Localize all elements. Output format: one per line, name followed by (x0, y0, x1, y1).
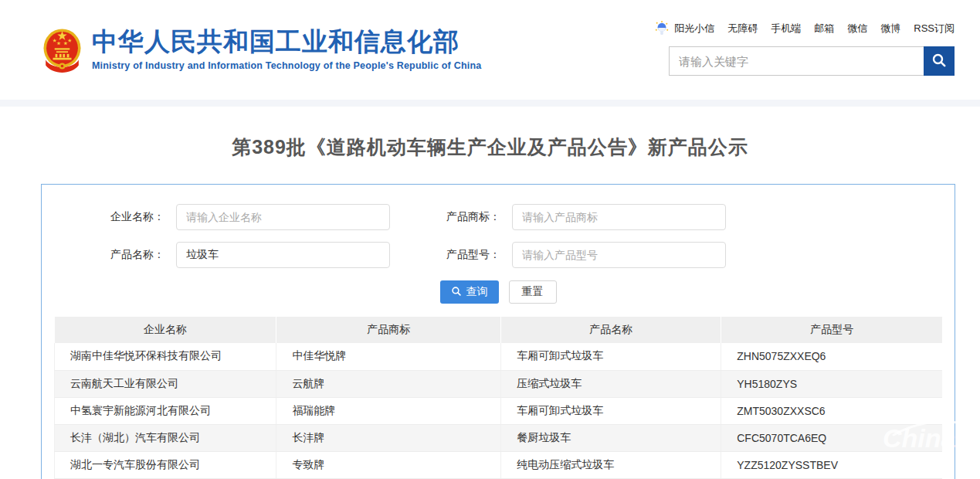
enterprise-name-input[interactable] (176, 204, 390, 230)
cell-product-model: YZZ5120ZYSSTBEV (721, 451, 942, 478)
cell-product-name: 车厢可卸式垃圾车 (501, 397, 721, 424)
nav-link-sunshine[interactable]: 阳光小信 (674, 22, 714, 36)
product-brand-label: 产品商标： (390, 210, 512, 224)
cell-product-brand: 长沣牌 (276, 424, 501, 451)
site-header: 中华人民共和国工业和信息化部 Ministry of Industry and … (0, 0, 980, 100)
nav-link-wechat[interactable]: 微信 (847, 22, 867, 36)
query-button[interactable]: 查询 (440, 280, 499, 304)
search-icon (931, 52, 948, 71)
cell-product-name: 车厢可卸式垃圾车 (501, 343, 721, 370)
cell-product-name: 餐厨垃圾车 (501, 424, 721, 451)
table-row: 云南航天工业有限公司 云航牌 压缩式垃圾车 YH5180ZYS (55, 370, 943, 397)
col-header-enterprise-name: 企业名称 (55, 317, 276, 343)
table-row: 湖南中佳华悦环保科技有限公司 中佳华悦牌 车厢可卸式垃圾车 ZHN5075ZXX… (55, 343, 943, 370)
site-title: 中华人民共和国工业和信息化部 (92, 27, 481, 56)
table-row: 中氢寰宇新能源河北有限公司 福瑞能牌 车厢可卸式垃圾车 ZMT5030ZXXSC… (55, 397, 943, 424)
nav-link-mobile[interactable]: 手机端 (771, 22, 801, 36)
cell-product-model: ZMT5030ZXXSC6 (721, 397, 942, 424)
col-header-product-model: 产品型号 (721, 317, 942, 343)
site-search-input[interactable] (670, 47, 924, 75)
table-row: 湖北一专汽车股份有限公司 专致牌 纯电动压缩式垃圾车 YZZ5120ZYSSTB… (55, 451, 943, 478)
page-title: 第389批《道路机动车辆生产企业及产品公告》新产品公示 (0, 134, 980, 160)
nav-link-rss[interactable]: RSS订阅 (914, 22, 955, 36)
nav-link-mail[interactable]: 邮箱 (814, 22, 834, 36)
form-actions: 查询 重置 (54, 280, 942, 304)
cell-enterprise-name: 中氢寰宇新能源河北有限公司 (55, 397, 276, 424)
table-row: 长沣（湖北）汽车有限公司 长沣牌 餐厨垃圾车 CFC5070TCA6EQ (55, 424, 943, 451)
cell-product-name: 纯电动压缩式垃圾车 (501, 451, 721, 478)
cell-product-brand: 云航牌 (276, 370, 501, 397)
site-search-bar (669, 46, 955, 76)
site-title-block: 中华人民共和国工业和信息化部 Ministry of Industry and … (92, 25, 481, 71)
field-product-model: 产品型号： (390, 242, 726, 268)
national-emblem-icon (40, 25, 84, 75)
product-model-label: 产品型号： (390, 248, 512, 262)
announcement-query-panel: 企业名称： 产品商标： 产品名称： 产品型号： 查询 重置 (41, 184, 955, 479)
cell-product-name: 压缩式垃圾车 (501, 370, 721, 397)
product-name-input[interactable] (176, 242, 390, 268)
field-enterprise-name: 企业名称： (54, 204, 390, 230)
cell-product-brand: 福瑞能牌 (276, 397, 501, 424)
mascot-icon (655, 21, 669, 36)
site-subtitle: Ministry of Industry and Information Tec… (92, 60, 481, 71)
cell-enterprise-name: 湖北一专汽车股份有限公司 (55, 451, 276, 478)
cell-product-model: CFC5070TCA6EQ (721, 424, 942, 451)
cell-product-brand: 中佳华悦牌 (276, 343, 501, 370)
table-header-row: 企业名称 产品商标 产品名称 产品型号 (55, 317, 943, 343)
reset-button[interactable]: 重置 (509, 280, 557, 304)
product-name-label: 产品名称： (54, 248, 176, 262)
product-model-input[interactable] (512, 242, 726, 268)
cell-enterprise-name: 云南航天工业有限公司 (55, 370, 276, 397)
header-nav: 阳光小信 无障碍 手机端 邮箱 微信 微博 RSS订阅 (669, 21, 955, 36)
field-product-name: 产品名称： (54, 242, 390, 268)
cell-product-model: ZHN5075ZXXEQ6 (721, 343, 942, 370)
form-row-2: 产品名称： 产品型号： (54, 242, 942, 268)
cell-enterprise-name: 长沣（湖北）汽车有限公司 (55, 424, 276, 451)
query-button-label: 查询 (466, 285, 488, 299)
field-product-brand: 产品商标： (390, 204, 726, 230)
enterprise-name-label: 企业名称： (54, 210, 176, 224)
nav-link-accessibility[interactable]: 无障碍 (727, 22, 758, 36)
cell-product-model: YH5180ZYS (721, 370, 942, 397)
cell-enterprise-name: 湖南中佳华悦环保科技有限公司 (55, 343, 276, 370)
nav-link-weibo[interactable]: 微博 (880, 22, 900, 36)
results-table: 企业名称 产品商标 产品名称 产品型号 湖南中佳华悦环保科技有限公司 中佳华悦牌… (54, 317, 942, 479)
header-divider (0, 100, 980, 107)
col-header-product-name: 产品名称 (501, 317, 721, 343)
form-row-1: 企业名称： 产品商标： (54, 204, 942, 230)
product-brand-input[interactable] (512, 204, 726, 230)
col-header-product-brand: 产品商标 (276, 317, 501, 343)
site-search-button[interactable] (924, 46, 955, 76)
cell-product-brand: 专致牌 (276, 451, 501, 478)
query-search-icon (451, 286, 462, 299)
